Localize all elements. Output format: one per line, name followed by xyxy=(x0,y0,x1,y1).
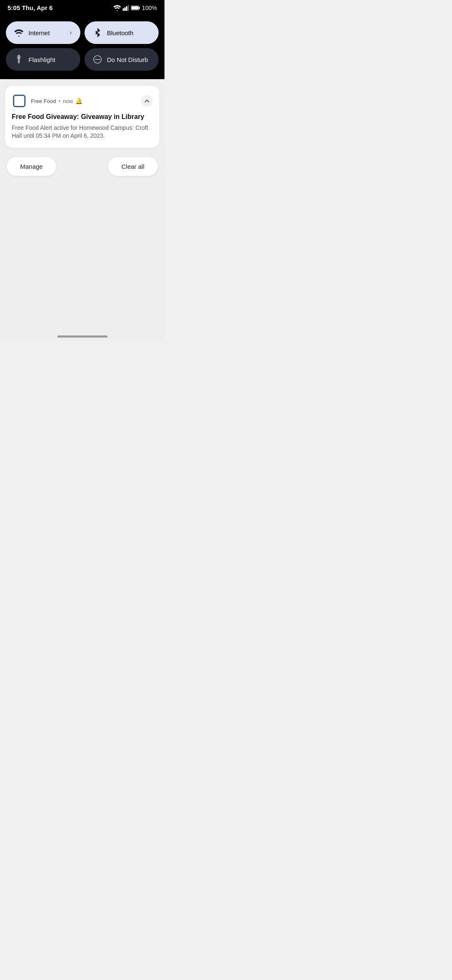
flashlight-label: Flashlight xyxy=(28,56,72,63)
notification-collapse-button[interactable] xyxy=(141,95,153,107)
notification-time: now xyxy=(63,98,73,104)
svg-rect-8 xyxy=(18,55,20,57)
svg-rect-1 xyxy=(124,7,126,11)
svg-rect-2 xyxy=(126,6,127,11)
bluetooth-label: Bluetooth xyxy=(107,29,151,36)
status-icons: 100% xyxy=(113,5,157,11)
qs-tile-bluetooth[interactable]: Bluetooth xyxy=(85,21,159,44)
status-bar: 5:05 Thu, Apr 6 100% xyxy=(0,0,164,15)
svg-rect-5 xyxy=(131,6,139,9)
internet-label: Internet xyxy=(28,29,64,36)
internet-arrow-icon: › xyxy=(69,29,72,36)
home-indicator-area xyxy=(0,330,164,341)
notification-dot: • xyxy=(59,98,61,104)
app-icon-inner xyxy=(13,95,26,107)
notification-area: Free Food • now 🔔 Free Food Giveaway: Gi… xyxy=(0,79,164,330)
qs-tile-dnd[interactable]: Do Not Disturb xyxy=(85,48,159,71)
app-icon-free-food xyxy=(12,93,27,108)
qs-tile-internet[interactable]: Internet › xyxy=(6,21,80,44)
signal-status-icon xyxy=(123,5,129,11)
home-bar xyxy=(57,335,108,338)
quick-settings-panel: Internet › Bluetooth Flashlight xyxy=(0,15,164,79)
battery-status-icon xyxy=(131,5,140,10)
bluetooth-icon xyxy=(93,28,102,37)
notification-body: Free Food Alert active for Homewood Camp… xyxy=(12,124,153,140)
svg-rect-3 xyxy=(128,5,129,11)
status-time: 5:05 Thu, Apr 6 xyxy=(8,4,53,11)
notification-title: Free Food Giveaway: Giveaway in Library xyxy=(12,113,153,121)
svg-point-7 xyxy=(18,35,20,36)
clear-all-button[interactable]: Clear all xyxy=(108,157,158,176)
dnd-icon xyxy=(93,55,102,64)
svg-rect-6 xyxy=(139,7,140,9)
notification-header: Free Food • now 🔔 xyxy=(12,93,153,108)
flashlight-icon xyxy=(14,55,23,64)
bell-icon: 🔔 xyxy=(75,98,82,104)
battery-percent: 100% xyxy=(142,5,157,11)
notification-meta: Free Food • now 🔔 xyxy=(31,98,137,104)
qs-tile-flashlight[interactable]: Flashlight xyxy=(6,48,80,71)
dnd-label: Do Not Disturb xyxy=(107,56,151,63)
svg-rect-0 xyxy=(123,8,124,10)
notification-actions: Manage Clear all xyxy=(5,153,159,176)
notification-card-free-food: Free Food • now 🔔 Free Food Giveaway: Gi… xyxy=(5,86,159,148)
notification-app-name: Free Food xyxy=(31,98,56,104)
manage-button[interactable]: Manage xyxy=(7,157,56,176)
wifi-icon xyxy=(14,28,23,37)
svg-rect-9 xyxy=(18,59,20,63)
wifi-status-icon xyxy=(113,5,121,11)
